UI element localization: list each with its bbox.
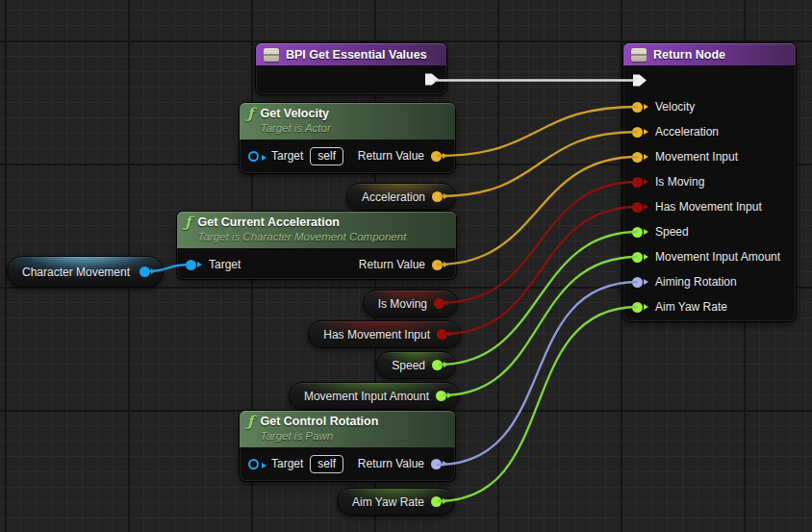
return-value-label: Return Value (359, 258, 425, 271)
wire-is-moving[interactable] (441, 182, 638, 303)
output-pin[interactable] (432, 191, 448, 202)
pin-label: Aiming Rotation (655, 275, 737, 289)
pill-label: Aim Yaw Rate (352, 495, 424, 509)
variable-pill-aim-yaw-rate[interactable]: Aim Yaw Rate (337, 488, 455, 516)
self-default-value: self (310, 147, 343, 165)
target-pin[interactable] (186, 260, 202, 270)
target-pin-label: Target (271, 457, 303, 470)
node-header[interactable]: Return Node (623, 43, 796, 65)
pin-label: Acceleration (655, 125, 719, 139)
variable-pill-is-moving[interactable]: Is Moving (363, 290, 458, 317)
return-value-pin[interactable] (431, 151, 447, 162)
node-subtitle: Target is Pawn (260, 429, 378, 443)
pin-label: Speed (655, 225, 689, 239)
input-pin-velocity[interactable] (632, 102, 648, 113)
pill-label: Has Movement Input (323, 328, 430, 342)
target-pin[interactable] (248, 151, 265, 162)
return-value-pin[interactable] (432, 260, 448, 270)
pin-label: Velocity (655, 100, 695, 114)
variable-pill-movement-input-amount[interactable]: Movement Input Amount (289, 382, 460, 410)
wire-movement-input[interactable] (437, 157, 638, 265)
function-icon: ƒ (247, 414, 253, 429)
node-header[interactable]: ƒ Get Control Rotation Target is Pawn (240, 411, 455, 447)
function-icon: ƒ (247, 106, 253, 121)
pin-label: Is Moving (655, 175, 704, 189)
pill-label: Movement Input Amount (304, 390, 429, 403)
wire-aiming-rotation[interactable] (437, 282, 638, 465)
output-pin[interactable] (432, 360, 448, 370)
pin-label: Has Movement Input (655, 200, 762, 214)
target-pin-label: Target (271, 149, 303, 163)
pill-label: Character Movement (22, 266, 130, 279)
exec-output-pin[interactable] (425, 72, 439, 87)
node-header[interactable]: ƒ Get Velocity Target is Actor (240, 103, 455, 139)
pill-label: Acceleration (362, 190, 425, 204)
self-default-value: self (310, 455, 343, 473)
node-title: Get Control Rotation (260, 414, 378, 429)
variable-pill-acceleration[interactable]: Acceleration (346, 183, 456, 211)
output-pin[interactable] (434, 298, 450, 309)
node-header[interactable]: ƒ Get Current Acceleration Target is Cha… (177, 212, 456, 248)
input-pin-has-movement-input[interactable] (632, 202, 648, 213)
pill-label: Is Moving (378, 297, 427, 311)
wire-velocity[interactable] (437, 107, 638, 156)
output-pin[interactable] (431, 496, 447, 507)
pin-label: Movement Input Amount (655, 250, 780, 264)
input-pin-movement-input-amount[interactable] (632, 252, 648, 263)
exec-input-pin[interactable] (633, 73, 647, 88)
return-value-label: Return Value (358, 149, 424, 163)
blueprint-graph-canvas[interactable]: BPI Get Essential Values ƒ Get Velocity … (0, 0, 812, 532)
node-subtitle: Target is Character Movement Component (197, 230, 406, 244)
node-bpi-get-essential-values[interactable]: BPI Get Essential Values (256, 43, 446, 94)
node-return-node[interactable]: Return Node Velocity Acceleration Moveme… (623, 43, 796, 321)
output-pin[interactable] (437, 329, 453, 340)
node-subtitle: Target is Actor (260, 121, 330, 136)
input-pin-speed[interactable] (632, 227, 648, 238)
node-header[interactable]: BPI Get Essential Values (256, 43, 446, 65)
input-pin-aiming-rotation[interactable] (632, 277, 648, 288)
wire-aim-yaw-rate[interactable] (438, 307, 638, 501)
node-title: BPI Get Essential Values (286, 47, 427, 63)
output-pin[interactable] (140, 266, 156, 277)
interface-function-icon (631, 48, 647, 62)
return-value-pin[interactable] (431, 459, 447, 469)
target-pin-label: Target (209, 258, 241, 271)
input-pin-is-moving[interactable] (632, 177, 648, 188)
return-value-label: Return Value (358, 457, 424, 470)
wire-movement-input-amount[interactable] (443, 257, 638, 395)
target-pin[interactable] (248, 459, 265, 469)
pill-label: Speed (392, 359, 425, 372)
node-get-velocity[interactable]: ƒ Get Velocity Target is Actor Target se… (240, 103, 455, 173)
interface-function-icon (264, 48, 279, 62)
input-pin-acceleration[interactable] (632, 127, 648, 138)
variable-pill-speed[interactable]: Speed (376, 351, 456, 379)
function-icon: ƒ (185, 215, 190, 230)
input-pin-movement-input[interactable] (632, 152, 648, 163)
variable-pill-has-movement-input[interactable]: Has Movement Input (308, 320, 461, 348)
wire-acceleration[interactable] (440, 132, 638, 196)
pin-label: Movement Input (655, 150, 738, 164)
node-title: Get Current Acceleration (197, 215, 406, 230)
wire-speed[interactable] (439, 232, 638, 365)
wire-has-movement-input[interactable] (444, 207, 638, 334)
pin-label: Aim Yaw Rate (655, 300, 727, 314)
variable-pill-character-movement[interactable]: Character Movement (7, 256, 164, 288)
node-get-current-acceleration[interactable]: ƒ Get Current Acceleration Target is Cha… (177, 212, 456, 279)
output-pin[interactable] (436, 391, 452, 401)
input-pin-aim-yaw-rate[interactable] (632, 302, 648, 313)
node-title: Return Node (653, 47, 725, 63)
node-get-control-rotation[interactable]: ƒ Get Control Rotation Target is Pawn Ta… (240, 411, 455, 481)
node-title: Get Velocity (260, 106, 330, 121)
